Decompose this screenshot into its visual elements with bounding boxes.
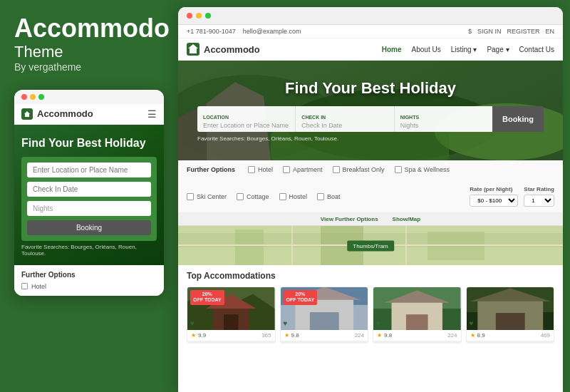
nav-home[interactable]: Home [382, 46, 402, 53]
desktop-booking-button[interactable]: Booking [492, 106, 544, 132]
nav-listing[interactable]: Listing ▾ [451, 46, 477, 53]
breakfast-label: Breakfast Only [343, 166, 385, 173]
view-further-link[interactable]: View Further Options [321, 216, 378, 222]
brand-area: Accommodo Theme By vergatheme [14, 14, 164, 73]
cottage-checkbox-item: Cottage [237, 186, 269, 207]
spa-label: Spa & Wellness [405, 166, 450, 173]
apartment-checkbox-item: Apartment [283, 166, 323, 173]
card-1-reviews: 365 [261, 332, 271, 339]
card-4-score: 8.9 [477, 332, 485, 339]
card-3-footer: ★ 9.8 224 [373, 330, 461, 341]
card-1-rating: ★ 9.9 [191, 332, 206, 339]
card-2-badge: 20% OFF TODAY [284, 290, 318, 305]
cards-row: 20% OFF TODAY ♥ ★ 9.9 365 [187, 287, 554, 344]
breakfast-checkbox-item: Breakfast Only [333, 166, 385, 173]
breakfast-checkbox[interactable] [333, 166, 340, 173]
ski-label: Ski Center [197, 193, 227, 200]
desktop-browser-chrome [178, 7, 563, 25]
ski-checkbox-item: Ski Center [187, 186, 227, 207]
nav-page[interactable]: Page ▾ [487, 46, 509, 53]
mobile-logo: Accommodo [21, 108, 93, 120]
mobile-hotel-checkbox[interactable] [21, 283, 28, 289]
topbar-left: +1 781-900-1047 hello@example.com [187, 28, 301, 35]
mobile-nights-select[interactable]: Nights [27, 201, 151, 216]
desktop-dot-red [187, 13, 192, 19]
hostel-checkbox-item: Hostel [279, 186, 308, 207]
spa-checkbox-item: Spa & Wellness [395, 166, 450, 173]
card-4-image: ♥ [467, 287, 554, 330]
nights-input[interactable]: Nights [400, 122, 487, 129]
card-2-heart-icon[interactable]: ♥ [284, 319, 288, 327]
card-3-image: ♥ [373, 287, 461, 330]
mobile-booking-button[interactable]: Booking [27, 220, 151, 235]
card-1-badge: 20% OFF TODAY [190, 290, 224, 305]
further-options-title: Further Options [187, 166, 235, 173]
location-section: LOCATION Enter Location or Place Name [197, 106, 296, 132]
boat-checkbox-item: Boat [317, 186, 341, 207]
mobile-search-box: Nights Booking [21, 157, 157, 241]
checkin-input[interactable]: Check In Date [301, 122, 388, 129]
brand-title: Accommodo [14, 14, 164, 43]
desktop-nav: Accommodo Home About Us Listing ▾ Page ▾… [178, 38, 563, 61]
mobile-fav-searches: Favorite Searches: Bourges, Orléans, Rou… [21, 241, 157, 257]
hotel-checkbox-item: Hotel [248, 166, 273, 173]
further-options: Further Options Hotel Apartment Breakfas… [178, 160, 563, 213]
hostel-checkbox[interactable] [279, 193, 286, 200]
hamburger-icon[interactable]: ☰ [147, 108, 157, 120]
card-2-footer: ★ 9.8 224 [281, 330, 368, 341]
show-map-link[interactable]: Show/Map [393, 216, 421, 222]
property-card-4: ♥ ★ 8.9 469 [466, 287, 555, 344]
card-1-score: 9.9 [198, 332, 206, 339]
card-2-reviews: 224 [355, 332, 364, 339]
card-2-rating: ★ 9.8 [284, 332, 299, 339]
desktop-logo-icon [187, 43, 200, 56]
mobile-hotel-label: Hotel [31, 283, 46, 290]
boat-checkbox[interactable] [317, 193, 324, 200]
brand-by: By vergatheme [14, 61, 164, 73]
svg-rect-19 [224, 314, 238, 330]
mobile-checkin-input[interactable] [27, 182, 151, 197]
desktop-topbar: +1 781-900-1047 hello@example.com $ SIGN… [178, 25, 563, 38]
mobile-location-input[interactable] [27, 163, 151, 177]
apartment-checkbox[interactable] [283, 166, 290, 173]
topbar-right: $ SIGN IN REGISTER EN [468, 28, 554, 35]
desktop-fav-searches: Favorite Searches: Bourges, Orléans, Rou… [197, 135, 544, 142]
left-panel: Accommodo Theme By vergatheme Accommodo … [0, 0, 178, 392]
brand-subtitle: Theme [14, 43, 164, 61]
hotel-checkbox[interactable] [248, 166, 255, 173]
boat-label: Boat [327, 193, 341, 200]
card-1-heart-icon[interactable]: ♥ [190, 319, 195, 327]
card-3-reviews: 224 [447, 332, 457, 339]
star-rating-select[interactable]: 1 [524, 195, 554, 207]
mobile-further-options: Further Options Hotel [14, 265, 164, 296]
card-4-heart-icon[interactable]: ♥ [470, 319, 474, 327]
location-input[interactable]: Enter Location or Place Name [203, 122, 289, 129]
ski-checkbox[interactable] [187, 193, 194, 200]
desktop-dot-green [205, 13, 211, 19]
card-3-heart-icon[interactable]: ♥ [376, 319, 380, 327]
desktop-search-bar: LOCATION Enter Location or Place Name CH… [197, 106, 544, 132]
spa-checkbox[interactable] [395, 166, 402, 173]
mobile-hero-title: Find Your Best Holiday [21, 136, 157, 150]
nav-about[interactable]: About Us [412, 46, 441, 53]
language-selector[interactable]: EN [545, 28, 554, 35]
property-card-3: ♥ ★ 9.8 224 [373, 287, 462, 344]
hostel-label: Hostel [289, 193, 308, 200]
apartment-label: Apartment [293, 166, 323, 173]
checkin-section: CHECK IN Check In Date [296, 106, 394, 132]
rate-per-night-group: Rate (per Night) $0 - $100 [470, 186, 518, 207]
svg-rect-29 [406, 314, 428, 330]
currency-selector[interactable]: $ [468, 28, 472, 35]
nav-contact[interactable]: Contact Us [519, 46, 554, 53]
sign-in-link[interactable]: SIGN IN [477, 28, 502, 35]
card-4-rating: ★ 8.9 [470, 332, 485, 339]
second-checkbox-row: Ski Center Cottage Hostel Boat Rate (per… [187, 186, 554, 207]
cottage-checkbox[interactable] [237, 193, 244, 200]
map-area: Thumbs/Tram [178, 226, 563, 265]
mobile-browser-chrome [14, 90, 164, 104]
star-icon-4: ★ [470, 332, 475, 339]
rate-select[interactable]: $0 - $100 [470, 195, 518, 207]
cottage-label: Cottage [247, 193, 269, 200]
nav-links: Home About Us Listing ▾ Page ▾ Contact U… [382, 46, 554, 53]
register-link[interactable]: REGISTER [507, 28, 539, 35]
